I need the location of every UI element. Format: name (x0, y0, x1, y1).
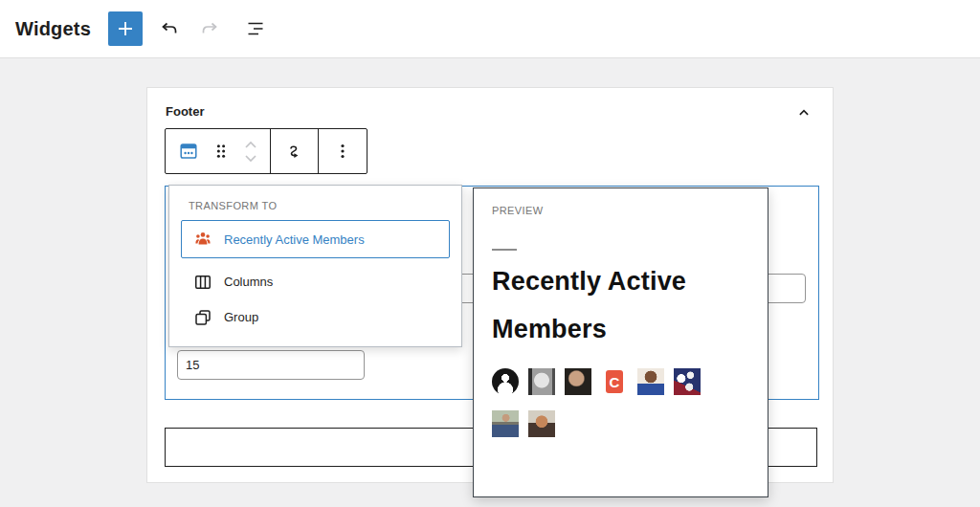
add-block-button[interactable] (108, 11, 143, 46)
ellipsis-vertical-icon (331, 140, 354, 163)
redo-button[interactable] (192, 11, 227, 46)
transform-menu-heading: TRANSFORM TO (189, 200, 450, 211)
editor-topbar: Widgets (0, 0, 980, 58)
undo-button[interactable] (152, 11, 187, 46)
plus-icon (114, 17, 137, 40)
list-view-icon (244, 17, 267, 40)
max-members-input[interactable] (177, 350, 365, 380)
widget-area-title: Footer (166, 104, 204, 119)
avatar-bald-man-dark (565, 368, 591, 395)
avatar-illustrated-person-blue-shirt (637, 368, 664, 395)
block-toolbar (165, 128, 368, 174)
redo-arrow-icon (198, 17, 221, 40)
avatar-white-flowers-blue-red (674, 368, 701, 395)
group-icon (191, 306, 214, 329)
curved-arrow-icon (283, 140, 306, 163)
avatar-grayscale-glasses-portrait (528, 368, 555, 395)
menu-item-label: Columns (224, 275, 273, 289)
avatar-mystery-person-default (492, 368, 519, 395)
drag-handle[interactable] (207, 132, 235, 170)
separator-line (492, 249, 517, 251)
member-avatar-grid: C (492, 368, 722, 437)
preview-widget-title: Recently Active Members (492, 257, 731, 353)
menu-item-label: Group (224, 310, 258, 324)
chevron-up-icon (793, 102, 814, 123)
chevron-up-small-icon (242, 139, 259, 150)
calendar-icon (177, 140, 200, 163)
move-up-button[interactable] (239, 137, 262, 151)
undo-arrow-icon (158, 17, 181, 40)
preview-heading: PREVIEW (492, 205, 749, 216)
menu-item-group[interactable]: Group (182, 299, 451, 335)
avatar-letter-c-logo: C (601, 368, 628, 395)
menu-item-label: Recently Active Members (224, 232, 365, 247)
drag-handle-icon (210, 140, 233, 163)
move-to-widget-area-button[interactable] (280, 132, 309, 170)
chevron-down-small-icon (242, 153, 259, 165)
page-title: Widgets (15, 18, 91, 40)
transform-menu-popover: TRANSFORM TO Recently Active Members (168, 185, 462, 347)
block-type-button[interactable] (174, 132, 203, 170)
preview-popover: PREVIEW Recently Active Members C (473, 187, 768, 497)
columns-icon (191, 271, 214, 294)
menu-item-columns[interactable]: Columns (182, 264, 451, 299)
avatar-red-bearded-man (528, 410, 555, 437)
move-down-button[interactable] (239, 151, 262, 165)
avatar-man-blue-jacket-outdoors (492, 410, 519, 437)
menu-item-recently-active-members[interactable]: Recently Active Members (181, 220, 450, 258)
list-view-button[interactable] (238, 11, 273, 46)
collapse-panel-button[interactable] (789, 98, 819, 128)
block-options-button[interactable] (328, 132, 357, 170)
members-icon (191, 228, 214, 251)
